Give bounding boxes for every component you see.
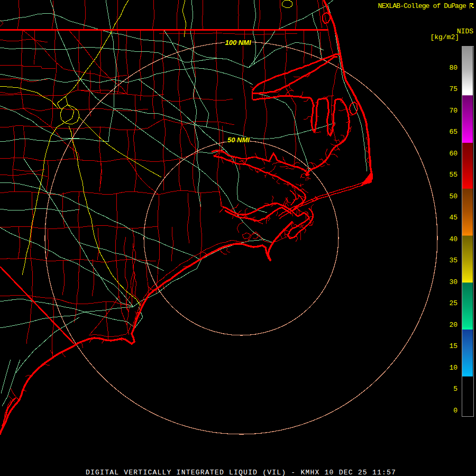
- svg-text:80: 80: [449, 64, 457, 72]
- svg-text:65: 65: [449, 128, 457, 136]
- svg-text:70: 70: [449, 107, 457, 115]
- svg-text:40: 40: [449, 235, 457, 243]
- svg-text:25: 25: [449, 299, 457, 307]
- svg-text:NEXLAB-College of DuPage: NEXLAB-College of DuPage: [378, 2, 466, 10]
- svg-text:DIGITAL VERTICALLY INTEGRATED: DIGITAL VERTICALLY INTEGRATED LIQUID (VI…: [86, 469, 396, 476]
- svg-text:0: 0: [453, 407, 457, 415]
- svg-text:50: 50: [449, 193, 457, 200]
- svg-text:45: 45: [449, 214, 457, 222]
- svg-text:75: 75: [449, 85, 457, 93]
- svg-text:20: 20: [449, 321, 457, 329]
- svg-text:35: 35: [449, 257, 457, 264]
- svg-text:30: 30: [449, 278, 457, 286]
- svg-text:60: 60: [449, 150, 457, 158]
- svg-text:100 NMI: 100 NMI: [225, 39, 251, 47]
- svg-text:15: 15: [449, 342, 457, 350]
- svg-text:10: 10: [449, 364, 457, 372]
- svg-text:NIDS: NIDS: [457, 28, 473, 35]
- svg-text:5: 5: [453, 385, 457, 393]
- svg-text:50 NMI: 50 NMI: [227, 136, 250, 144]
- svg-text:[kg/m2]: [kg/m2]: [430, 33, 459, 41]
- svg-text:55: 55: [449, 171, 457, 179]
